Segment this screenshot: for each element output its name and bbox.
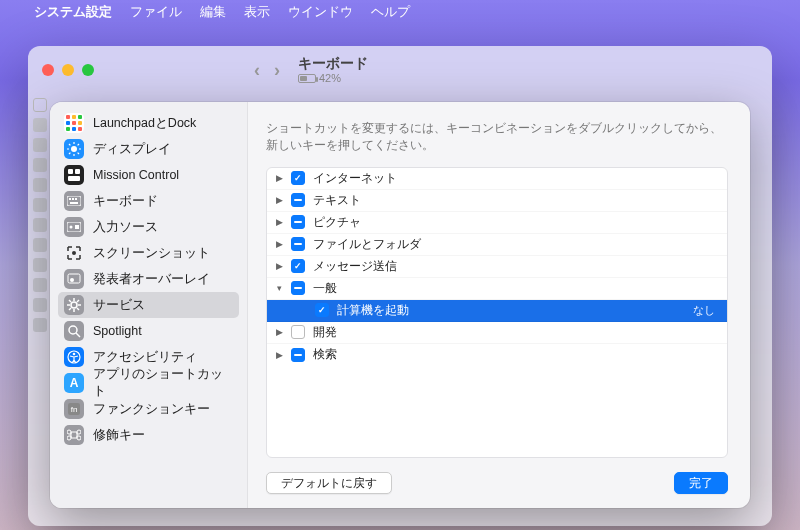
titlebar: ‹ › キーボード 42% [28,46,772,94]
battery-percent: 42% [319,72,341,85]
sidebar-item-display[interactable]: ディスプレイ [58,136,239,162]
checkbox[interactable]: ✓ [291,171,305,185]
window-controls [42,64,94,76]
svg-rect-30 [68,274,80,283]
forward-button[interactable]: › [274,60,280,81]
disclosure-icon[interactable]: ▶ [273,261,285,271]
stub-item [33,198,47,212]
menu-edit[interactable]: 編集 [200,3,226,21]
svg-line-15 [78,153,79,154]
function-keys-icon: fn [64,399,84,419]
presenter-icon [64,269,84,289]
nav-arrows: ‹ › [254,60,280,81]
services-icon [64,295,84,315]
menu-window[interactable]: ウインドウ [288,3,353,21]
svg-point-31 [70,278,74,282]
row-label: 開発 [311,324,721,341]
row-label: ピクチャ [311,214,721,231]
sidebar-item-label: アプリのショートカット [93,366,233,400]
sidebar-item-app-shortcuts[interactable]: A アプリのショートカット [58,370,239,396]
row-label: メッセージ送信 [311,258,721,275]
sidebar-item-label: 発表者オーバーレイ [93,271,210,288]
sidebar-item-label: ディスプレイ [93,141,171,158]
menu-view[interactable]: 表示 [244,3,270,21]
stub-item [33,218,47,232]
disclosure-icon[interactable]: ▶ [273,350,285,360]
stub-item [33,238,47,252]
stub-item [33,158,47,172]
stub-item [33,318,47,332]
checkbox[interactable] [291,325,305,339]
sidebar-item-presenter[interactable]: 発表者オーバーレイ [58,266,239,292]
checkbox[interactable]: ✓ [315,303,329,317]
sidebar-item-screenshot[interactable]: スクリーンショット [58,240,239,266]
app-name[interactable]: システム設定 [34,3,112,21]
display-icon [64,139,84,159]
sidebar-item-modifier-keys[interactable]: 修飾キー [58,422,239,448]
svg-rect-18 [68,169,73,174]
sidebar-item-spotlight[interactable]: Spotlight [58,318,239,344]
tree-row-pictures[interactable]: ▶ ピクチャ [267,212,727,234]
restore-defaults-button[interactable]: デフォルトに戻す [266,472,392,494]
tree-row-text[interactable]: ▶ テキスト [267,190,727,212]
mission-control-icon [64,165,84,185]
sidebar-item-label: アクセシビリティ [93,349,197,366]
disclosure-icon[interactable]: ▶ [273,173,285,183]
disclosure-icon[interactable]: ▶ [273,239,285,249]
sidebar-item-mission-control[interactable]: Mission Control [58,162,239,188]
tree-row-general[interactable]: ▾ 一般 [267,278,727,300]
stub-item [33,138,47,152]
sidebar-item-label: LaunchpadとDock [93,115,196,132]
modifier-keys-icon [64,425,84,445]
tree-row-files[interactable]: ▶ ファイルとフォルダ [267,234,727,256]
zoom-button[interactable] [82,64,94,76]
stub-item [33,278,47,292]
checkbox[interactable] [291,215,305,229]
tree-row-search[interactable]: ▶ 検索 [267,344,727,366]
input-sources-icon [64,217,84,237]
tree-row-messaging[interactable]: ▶ ✓ メッセージ送信 [267,256,727,278]
category-sidebar: LaunchpadとDock ディスプレイ Mission Control キー… [50,102,248,508]
checkbox[interactable] [291,237,305,251]
stub-item [33,178,47,192]
checkbox[interactable] [291,348,305,362]
back-button[interactable]: ‹ [254,60,260,81]
sidebar-item-launchpad[interactable]: LaunchpadとDock [58,110,239,136]
row-label: 一般 [311,280,721,297]
battery-icon [298,74,316,83]
sidebar-item-keyboard[interactable]: キーボード [58,188,239,214]
sidebar-item-input-sources[interactable]: 入力ソース [58,214,239,240]
svg-rect-19 [75,169,80,174]
disclosure-icon[interactable]: ▶ [273,217,285,227]
svg-point-29 [72,251,76,255]
disclosure-icon[interactable]: ▶ [273,327,285,337]
sidebar-item-label: キーボード [93,193,158,210]
done-button[interactable]: 完了 [674,472,728,494]
svg-rect-22 [69,198,71,200]
sidebar-item-services[interactable]: サービス [58,292,239,318]
row-label: 検索 [311,346,721,363]
tree-row-calculator[interactable]: ✓ 計算機を起動 なし [267,300,727,322]
svg-rect-4 [72,121,76,125]
tree-row-internet[interactable]: ▶ ✓ インターネット [267,168,727,190]
sidebar-item-label: サービス [93,297,145,314]
row-label: 計算機を起動 [335,302,687,319]
tree-row-develop[interactable]: ▶ 開発 [267,322,727,344]
menu-file[interactable]: ファイル [130,3,182,21]
svg-rect-2 [78,115,82,119]
close-button[interactable] [42,64,54,76]
disclosure-icon[interactable]: ▶ [273,195,285,205]
shortcuts-sheet: LaunchpadとDock ディスプレイ Mission Control キー… [50,102,750,508]
shortcut-value[interactable]: なし [693,303,721,318]
svg-rect-5 [78,121,82,125]
disclosure-icon[interactable]: ▾ [273,283,285,293]
sidebar-item-label: ファンクションキー [93,401,210,418]
minimize-button[interactable] [62,64,74,76]
checkbox[interactable]: ✓ [291,259,305,273]
sidebar-stub [28,94,52,332]
checkbox[interactable] [291,281,305,295]
menu-help[interactable]: ヘルプ [371,3,410,21]
svg-rect-25 [70,202,78,204]
svg-line-38 [77,308,79,310]
checkbox[interactable] [291,193,305,207]
